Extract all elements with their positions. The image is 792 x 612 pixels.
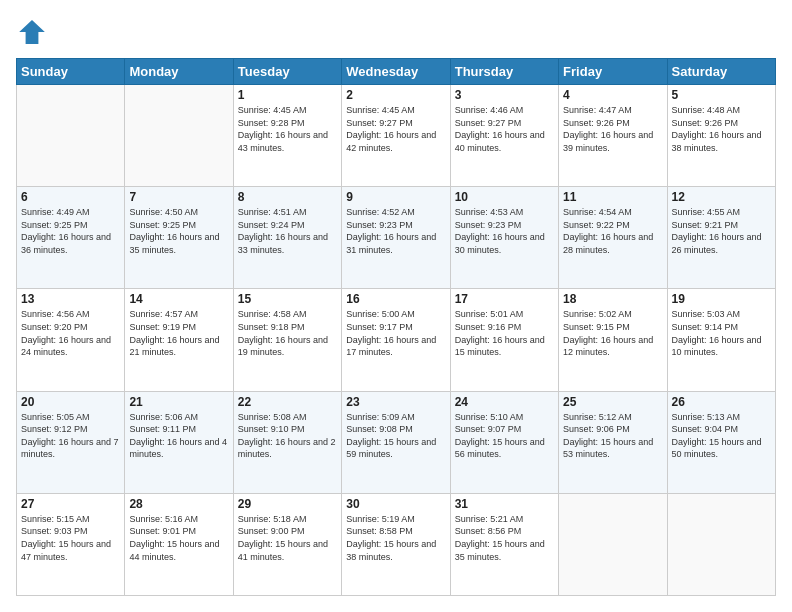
day-number: 12 (672, 190, 771, 204)
calendar-cell: 26Sunrise: 5:13 AM Sunset: 9:04 PM Dayli… (667, 391, 775, 493)
header (16, 16, 776, 48)
day-info: Sunrise: 4:45 AM Sunset: 9:28 PM Dayligh… (238, 104, 337, 154)
calendar-week-row: 20Sunrise: 5:05 AM Sunset: 9:12 PM Dayli… (17, 391, 776, 493)
calendar-cell: 27Sunrise: 5:15 AM Sunset: 9:03 PM Dayli… (17, 493, 125, 595)
day-number: 2 (346, 88, 445, 102)
day-of-week-header: Friday (559, 59, 667, 85)
day-number: 27 (21, 497, 120, 511)
calendar-week-row: 27Sunrise: 5:15 AM Sunset: 9:03 PM Dayli… (17, 493, 776, 595)
day-number: 13 (21, 292, 120, 306)
day-of-week-header: Thursday (450, 59, 558, 85)
day-info: Sunrise: 4:52 AM Sunset: 9:23 PM Dayligh… (346, 206, 445, 256)
day-number: 16 (346, 292, 445, 306)
day-info: Sunrise: 4:46 AM Sunset: 9:27 PM Dayligh… (455, 104, 554, 154)
logo-icon (16, 16, 48, 48)
calendar-cell: 30Sunrise: 5:19 AM Sunset: 8:58 PM Dayli… (342, 493, 450, 595)
day-info: Sunrise: 4:53 AM Sunset: 9:23 PM Dayligh… (455, 206, 554, 256)
day-number: 31 (455, 497, 554, 511)
day-number: 17 (455, 292, 554, 306)
day-number: 20 (21, 395, 120, 409)
calendar-cell: 14Sunrise: 4:57 AM Sunset: 9:19 PM Dayli… (125, 289, 233, 391)
calendar-cell: 16Sunrise: 5:00 AM Sunset: 9:17 PM Dayli… (342, 289, 450, 391)
day-number: 15 (238, 292, 337, 306)
day-info: Sunrise: 5:02 AM Sunset: 9:15 PM Dayligh… (563, 308, 662, 358)
calendar-cell: 4Sunrise: 4:47 AM Sunset: 9:26 PM Daylig… (559, 85, 667, 187)
day-number: 24 (455, 395, 554, 409)
calendar-week-row: 1Sunrise: 4:45 AM Sunset: 9:28 PM Daylig… (17, 85, 776, 187)
day-of-week-header: Tuesday (233, 59, 341, 85)
day-info: Sunrise: 5:05 AM Sunset: 9:12 PM Dayligh… (21, 411, 120, 461)
day-info: Sunrise: 4:50 AM Sunset: 9:25 PM Dayligh… (129, 206, 228, 256)
day-info: Sunrise: 5:00 AM Sunset: 9:17 PM Dayligh… (346, 308, 445, 358)
calendar-cell: 28Sunrise: 5:16 AM Sunset: 9:01 PM Dayli… (125, 493, 233, 595)
day-number: 23 (346, 395, 445, 409)
day-info: Sunrise: 4:45 AM Sunset: 9:27 PM Dayligh… (346, 104, 445, 154)
day-info: Sunrise: 4:47 AM Sunset: 9:26 PM Dayligh… (563, 104, 662, 154)
day-of-week-header: Saturday (667, 59, 775, 85)
calendar: SundayMondayTuesdayWednesdayThursdayFrid… (16, 58, 776, 596)
day-number: 1 (238, 88, 337, 102)
day-info: Sunrise: 4:58 AM Sunset: 9:18 PM Dayligh… (238, 308, 337, 358)
calendar-cell: 7Sunrise: 4:50 AM Sunset: 9:25 PM Daylig… (125, 187, 233, 289)
day-info: Sunrise: 5:16 AM Sunset: 9:01 PM Dayligh… (129, 513, 228, 563)
day-info: Sunrise: 5:03 AM Sunset: 9:14 PM Dayligh… (672, 308, 771, 358)
day-info: Sunrise: 4:51 AM Sunset: 9:24 PM Dayligh… (238, 206, 337, 256)
day-number: 30 (346, 497, 445, 511)
calendar-cell: 1Sunrise: 4:45 AM Sunset: 9:28 PM Daylig… (233, 85, 341, 187)
calendar-cell: 12Sunrise: 4:55 AM Sunset: 9:21 PM Dayli… (667, 187, 775, 289)
day-number: 21 (129, 395, 228, 409)
calendar-cell (17, 85, 125, 187)
day-info: Sunrise: 4:54 AM Sunset: 9:22 PM Dayligh… (563, 206, 662, 256)
calendar-cell: 20Sunrise: 5:05 AM Sunset: 9:12 PM Dayli… (17, 391, 125, 493)
calendar-cell: 24Sunrise: 5:10 AM Sunset: 9:07 PM Dayli… (450, 391, 558, 493)
calendar-cell: 25Sunrise: 5:12 AM Sunset: 9:06 PM Dayli… (559, 391, 667, 493)
day-info: Sunrise: 5:08 AM Sunset: 9:10 PM Dayligh… (238, 411, 337, 461)
day-info: Sunrise: 5:13 AM Sunset: 9:04 PM Dayligh… (672, 411, 771, 461)
calendar-cell: 2Sunrise: 4:45 AM Sunset: 9:27 PM Daylig… (342, 85, 450, 187)
day-info: Sunrise: 5:15 AM Sunset: 9:03 PM Dayligh… (21, 513, 120, 563)
calendar-cell: 29Sunrise: 5:18 AM Sunset: 9:00 PM Dayli… (233, 493, 341, 595)
day-number: 9 (346, 190, 445, 204)
day-info: Sunrise: 5:12 AM Sunset: 9:06 PM Dayligh… (563, 411, 662, 461)
day-of-week-header: Wednesday (342, 59, 450, 85)
calendar-cell: 3Sunrise: 4:46 AM Sunset: 9:27 PM Daylig… (450, 85, 558, 187)
calendar-cell: 22Sunrise: 5:08 AM Sunset: 9:10 PM Dayli… (233, 391, 341, 493)
day-info: Sunrise: 5:10 AM Sunset: 9:07 PM Dayligh… (455, 411, 554, 461)
calendar-cell: 21Sunrise: 5:06 AM Sunset: 9:11 PM Dayli… (125, 391, 233, 493)
logo (16, 16, 52, 48)
calendar-cell: 15Sunrise: 4:58 AM Sunset: 9:18 PM Dayli… (233, 289, 341, 391)
calendar-cell: 19Sunrise: 5:03 AM Sunset: 9:14 PM Dayli… (667, 289, 775, 391)
page: SundayMondayTuesdayWednesdayThursdayFrid… (0, 0, 792, 612)
calendar-header-row: SundayMondayTuesdayWednesdayThursdayFrid… (17, 59, 776, 85)
day-number: 10 (455, 190, 554, 204)
day-number: 18 (563, 292, 662, 306)
day-number: 28 (129, 497, 228, 511)
day-info: Sunrise: 5:09 AM Sunset: 9:08 PM Dayligh… (346, 411, 445, 461)
day-info: Sunrise: 5:21 AM Sunset: 8:56 PM Dayligh… (455, 513, 554, 563)
day-number: 8 (238, 190, 337, 204)
day-number: 29 (238, 497, 337, 511)
calendar-week-row: 6Sunrise: 4:49 AM Sunset: 9:25 PM Daylig… (17, 187, 776, 289)
day-number: 25 (563, 395, 662, 409)
day-info: Sunrise: 4:49 AM Sunset: 9:25 PM Dayligh… (21, 206, 120, 256)
calendar-week-row: 13Sunrise: 4:56 AM Sunset: 9:20 PM Dayli… (17, 289, 776, 391)
calendar-cell: 6Sunrise: 4:49 AM Sunset: 9:25 PM Daylig… (17, 187, 125, 289)
day-info: Sunrise: 5:01 AM Sunset: 9:16 PM Dayligh… (455, 308, 554, 358)
day-info: Sunrise: 5:18 AM Sunset: 9:00 PM Dayligh… (238, 513, 337, 563)
calendar-cell (125, 85, 233, 187)
day-info: Sunrise: 4:48 AM Sunset: 9:26 PM Dayligh… (672, 104, 771, 154)
calendar-cell: 9Sunrise: 4:52 AM Sunset: 9:23 PM Daylig… (342, 187, 450, 289)
calendar-cell (667, 493, 775, 595)
calendar-cell: 8Sunrise: 4:51 AM Sunset: 9:24 PM Daylig… (233, 187, 341, 289)
day-number: 7 (129, 190, 228, 204)
day-info: Sunrise: 4:57 AM Sunset: 9:19 PM Dayligh… (129, 308, 228, 358)
day-info: Sunrise: 5:06 AM Sunset: 9:11 PM Dayligh… (129, 411, 228, 461)
calendar-cell: 10Sunrise: 4:53 AM Sunset: 9:23 PM Dayli… (450, 187, 558, 289)
day-number: 4 (563, 88, 662, 102)
calendar-cell: 13Sunrise: 4:56 AM Sunset: 9:20 PM Dayli… (17, 289, 125, 391)
day-number: 5 (672, 88, 771, 102)
calendar-cell: 23Sunrise: 5:09 AM Sunset: 9:08 PM Dayli… (342, 391, 450, 493)
svg-marker-0 (19, 20, 45, 44)
calendar-cell: 17Sunrise: 5:01 AM Sunset: 9:16 PM Dayli… (450, 289, 558, 391)
calendar-cell: 18Sunrise: 5:02 AM Sunset: 9:15 PM Dayli… (559, 289, 667, 391)
